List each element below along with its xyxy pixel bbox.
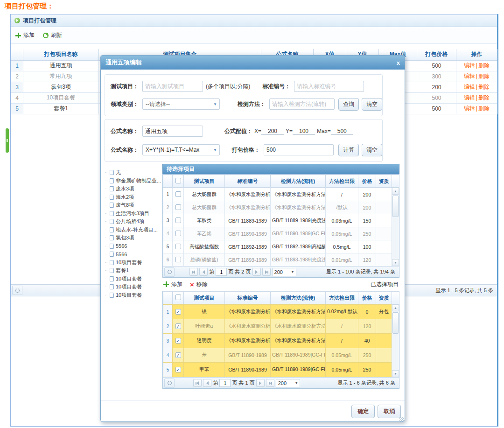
scroll-up-icon[interactable]: ▲ <box>392 304 399 311</box>
remove-selected-button[interactable]: × 移除 <box>190 281 208 288</box>
pager-page-input[interactable] <box>219 379 231 387</box>
edit-link[interactable]: 编辑 <box>464 105 475 112</box>
tree-node[interactable]: 废水3项 <box>105 185 161 193</box>
row-checkbox[interactable] <box>175 218 181 223</box>
page-size-select[interactable]: 200 ▼ <box>276 379 300 387</box>
x-input[interactable] <box>261 128 284 135</box>
pager-refresh-button[interactable] <box>12 286 22 295</box>
pager-next-icon[interactable] <box>252 268 261 276</box>
col-limit[interactable]: 方法检出限 <box>326 292 358 304</box>
edit-link[interactable]: 编辑 <box>464 84 475 90</box>
delete-link[interactable]: 删除 <box>478 73 490 79</box>
table-row[interactable]: 6 总磷(磷酸盐) GB/T 11893-1989 GB/T 11893-198… <box>163 253 392 267</box>
col-test-item[interactable]: 测试项目 <box>184 292 225 304</box>
row-checkbox[interactable] <box>175 191 181 197</box>
calc-button[interactable]: 计算 <box>338 144 359 156</box>
test-item-input[interactable] <box>142 81 203 92</box>
row-checkbox-checked[interactable]: ✓ <box>175 367 181 372</box>
formula-select[interactable]: X+Y*(N-1)=T,T<=Max ▼ <box>142 144 220 155</box>
row-checkbox[interactable] <box>175 244 181 249</box>
pager-prev-icon[interactable] <box>199 268 208 276</box>
chevron-down-icon[interactable]: ▼ <box>211 102 219 106</box>
select-all-checkbox[interactable] <box>175 295 181 300</box>
col-qual[interactable]: 资质 <box>376 175 392 188</box>
row-checkbox[interactable] <box>175 231 181 236</box>
row-checkbox[interactable] <box>175 257 181 262</box>
tree-node[interactable]: 10项目套餐 <box>105 259 161 267</box>
scrollbar-thumb[interactable] <box>392 196 399 217</box>
row-checkbox[interactable] <box>175 204 181 210</box>
pager-first-icon[interactable] <box>193 379 202 387</box>
formula-name-input[interactable] <box>142 126 203 137</box>
col-standard[interactable]: 标准编号 <box>225 292 271 304</box>
tree-node[interactable]: 5566 <box>105 242 161 251</box>
pager-refresh-button[interactable] <box>164 379 175 388</box>
table-row[interactable]: 2 总大肠菌群 《水和废水监测分析方法》 《水和废水监测分析方法》5.2.5.2… <box>163 201 392 214</box>
col-package-name[interactable]: 打包项目名称 <box>23 49 99 60</box>
col-price[interactable]: 价格 <box>358 292 376 304</box>
close-icon[interactable]: x <box>397 60 400 66</box>
tree-node[interactable]: 氯包3项 <box>105 234 161 242</box>
col-package-price[interactable]: 打包价格 <box>417 49 456 60</box>
resize-handle-icon[interactable] <box>399 417 404 421</box>
tree-node[interactable]: 海水2项 <box>105 193 161 202</box>
delete-link[interactable]: 删除 <box>478 94 490 101</box>
pager-last-icon[interactable] <box>262 268 271 276</box>
tree-node[interactable]: 套餐1 <box>105 267 161 275</box>
pager-last-icon[interactable] <box>266 379 274 387</box>
col-method[interactable]: 检测方法(流转) <box>271 175 326 188</box>
y-input[interactable] <box>293 128 315 135</box>
table-row[interactable]: 1 ✓ 镁 《水和废水监测分析方法》 《水和废水监测分析方法》3.4.25.2 … <box>163 305 392 319</box>
table-row[interactable]: 5 ✓ 甲苯 GB/T 11890-1989 GB/T 11890-1989|G… <box>163 363 392 377</box>
cancel-button[interactable]: 取消 <box>378 405 401 418</box>
price-input[interactable] <box>264 144 334 155</box>
table-row[interactable]: 4 ✓ 苯 GB/T 11890-1989 GB/T 11890-1989|GC… <box>163 348 392 363</box>
scroll-down-icon[interactable]: ▼ <box>392 370 399 377</box>
scrollbar[interactable]: ▲ ▼ <box>392 188 399 266</box>
max-input[interactable] <box>331 128 353 135</box>
row-checkbox-checked[interactable]: ✓ <box>175 338 181 344</box>
chevron-down-icon[interactable]: ▼ <box>211 148 219 152</box>
tree-node[interactable]: 5566 <box>105 250 161 259</box>
table-row[interactable]: 3 ✓ 透明度 《水和废水监测分析方法》 《水和废水监测分析方法》5.1.5.2… <box>163 334 392 348</box>
col-qual[interactable]: 资质 <box>376 292 392 304</box>
page-size-select[interactable]: 200 ▼ <box>272 268 296 276</box>
refresh-button[interactable]: 刷新 <box>43 31 62 39</box>
method-input[interactable] <box>269 98 335 110</box>
delete-link[interactable]: 删除 <box>478 84 490 90</box>
pager-next-icon[interactable] <box>256 379 265 387</box>
clear-button[interactable]: 清空 <box>362 98 382 111</box>
tree-node[interactable]: 地表水-补充项目... <box>105 226 161 234</box>
row-checkbox-checked[interactable]: ✓ <box>175 323 181 329</box>
edit-link[interactable]: 编辑 <box>464 94 475 101</box>
pager-refresh-button[interactable] <box>164 267 175 277</box>
table-row[interactable]: 4 苯乙烯 GB/T 11890-1989 GB/T 11890-1989|GC… <box>163 227 392 240</box>
row-checkbox-checked[interactable]: ✓ <box>175 352 181 358</box>
select-all-checkbox[interactable] <box>175 178 181 183</box>
add-selected-button[interactable]: 添加 <box>163 281 182 288</box>
scrollbar-thumb[interactable] <box>392 312 399 334</box>
delete-link[interactable]: 删除 <box>478 105 490 112</box>
col-method[interactable]: 检测方法(流转) <box>271 292 326 304</box>
scroll-up-icon[interactable]: ▲ <box>392 188 399 195</box>
edit-link[interactable]: 编辑 <box>464 73 475 79</box>
standard-input[interactable] <box>294 81 364 92</box>
tree-node[interactable]: 10项目套餐 <box>105 291 161 300</box>
tree-node[interactable]: 公共场所4项 <box>105 218 161 226</box>
delete-link[interactable]: 删除 <box>478 62 490 69</box>
tree-node[interactable]: 非金属矿物制品业... <box>105 177 161 185</box>
scrollbar[interactable]: ▲ ▼ <box>392 304 399 377</box>
table-row[interactable]: 3 苯胺类 GB/T 11889-1989 GB/T 11889-1989|光度… <box>163 214 392 227</box>
sidebar-collapse-handle[interactable] <box>6 128 9 153</box>
table-row[interactable]: 5 高锰酸盐指数 GB/T 11892-1989 GB/T 11892-1989… <box>163 240 392 253</box>
query-button[interactable]: 查询 <box>338 98 359 111</box>
domain-select[interactable]: --请选择-- ▼ <box>142 98 220 110</box>
col-test-item[interactable]: 测试项目 <box>184 175 225 188</box>
table-row[interactable]: 2 ✓ 叶绿素a 《水和废水监测分析方法》 《水和废水监测分析方法》5.1.5.… <box>163 319 392 334</box>
col-standard[interactable]: 标准编号 <box>225 175 271 188</box>
dialog-header[interactable]: 通用五项编辑 x <box>101 56 405 70</box>
tree-node[interactable]: 10项目套餐 <box>105 283 161 291</box>
col-limit[interactable]: 方法检出限 <box>326 175 358 188</box>
clear-price-button[interactable]: 清空 <box>362 144 382 156</box>
pager-page-input[interactable] <box>216 268 227 276</box>
